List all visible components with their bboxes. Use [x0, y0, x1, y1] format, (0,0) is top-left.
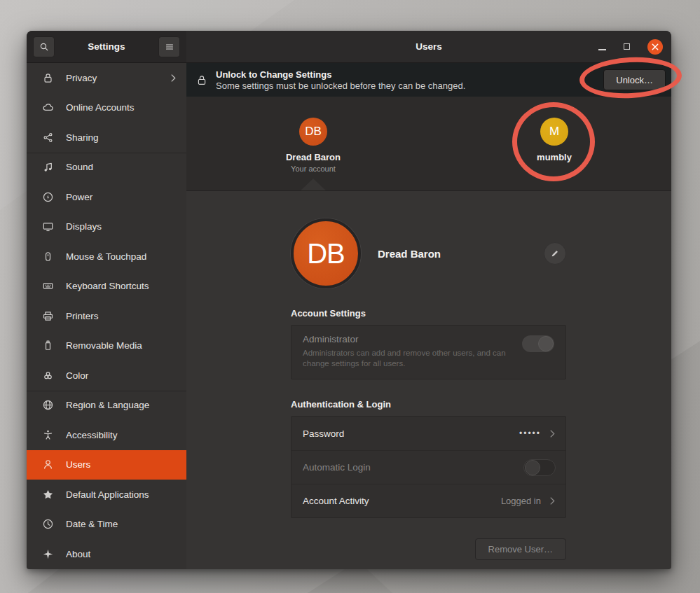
sidebar-item-color[interactable]: Color: [27, 361, 186, 391]
printer-icon: [42, 310, 54, 322]
unlock-button[interactable]: Unlock…: [603, 69, 666, 90]
cloud-icon: [42, 102, 54, 113]
account-settings-heading: Account Settings: [291, 308, 566, 319]
keyboard-icon: [42, 280, 54, 292]
sound-icon: [42, 161, 54, 173]
automatic-login-label: Automatic Login: [303, 462, 371, 473]
user-avatar-initials: DB: [307, 238, 345, 270]
sidebar-item-label: Printers: [66, 311, 99, 321]
automatic-login-toggle[interactable]: [523, 459, 556, 476]
sidebar-item-label: Keyboard Shortcuts: [66, 281, 149, 291]
sidebar-item-sharing[interactable]: Sharing: [27, 123, 186, 153]
user-carousel: DBDread BaronYour accountMmumbly: [186, 97, 671, 191]
authentication-box: Password ••••• Automatic Login Accou: [291, 416, 566, 518]
sidebar-item-date-time[interactable]: Date & Time: [27, 510, 186, 540]
lock-icon: [196, 74, 207, 86]
sidebar-item-label: Color: [66, 370, 88, 381]
unlock-banner-subtitle: Some settings must be unlocked before th…: [216, 81, 465, 91]
sidebar-item-label: Region & Language: [66, 400, 149, 410]
administrator-label: Administrator: [303, 334, 554, 344]
unlock-banner: Unlock to Change Settings Some settings …: [186, 63, 671, 97]
close-button[interactable]: [647, 39, 663, 55]
user-name: Dread Baron: [257, 152, 369, 162]
sidebar-item-label: Online Accounts: [66, 102, 135, 113]
password-row[interactable]: Password •••••: [291, 417, 565, 450]
password-label: Password: [303, 428, 344, 439]
color-icon: [42, 370, 54, 382]
administrator-toggle[interactable]: [522, 335, 554, 352]
users-panel: DB Dread Baron Account Settings Administ…: [186, 191, 671, 569]
sidebar-item-label: Default Applications: [66, 489, 149, 500]
maximize-button[interactable]: [624, 43, 630, 50]
chevron-right-icon: [170, 74, 177, 83]
user-header: DB Dread Baron: [291, 218, 566, 288]
sidebar-item-label: Sharing: [66, 132, 99, 143]
administrator-row: Administrator Administrators can add and…: [291, 325, 566, 379]
close-icon: [652, 43, 659, 50]
toggle-knob: [525, 460, 540, 475]
sidebar-item-removable-media[interactable]: Removable Media: [27, 331, 186, 361]
administrator-description: Administrators can add and remove other …: [303, 348, 520, 369]
password-value: •••••: [519, 428, 541, 438]
share-icon: [42, 132, 54, 144]
pencil-icon: [550, 249, 560, 258]
avatar: M: [540, 118, 568, 146]
sidebar-item-label: Accessibility: [66, 430, 118, 440]
users-icon: [42, 459, 54, 470]
edit-user-button[interactable]: [544, 242, 566, 265]
unlock-banner-title: Unlock to Change Settings: [216, 69, 465, 80]
sidebar-item-users[interactable]: Users: [27, 450, 186, 480]
sidebar-item-printers[interactable]: Printers: [27, 301, 186, 331]
sidebar-item-label: Removable Media: [66, 340, 142, 351]
remove-user-button[interactable]: Remove User…: [475, 538, 566, 560]
chevron-right-icon: [549, 496, 556, 505]
avatar-initials: DB: [305, 125, 322, 139]
sidebar-item-displays[interactable]: Displays: [27, 212, 186, 242]
menu-button[interactable]: [158, 36, 180, 57]
globe-icon: [42, 399, 54, 411]
sidebar-item-accessibility[interactable]: Accessibility: [27, 420, 186, 450]
mouse-icon: [42, 251, 54, 263]
sidebar-item-label: Sound: [66, 162, 93, 172]
sidebar-header: Settings: [27, 31, 186, 63]
sidebar-item-online-accounts[interactable]: Online Accounts: [27, 93, 186, 123]
lock-icon: [42, 72, 54, 84]
maximize-icon: [624, 43, 630, 50]
sparkle-icon: [42, 548, 54, 560]
sidebar-item-about[interactable]: About: [27, 539, 186, 569]
titlebar: Users: [186, 31, 671, 63]
user-carousel-item-dread-baron[interactable]: DBDread BaronYour account: [257, 118, 369, 173]
sidebar-item-label: Displays: [66, 221, 102, 232]
removable-media-icon: [42, 340, 54, 351]
toggle-knob: [538, 336, 554, 351]
sidebar-item-default-applications[interactable]: Default Applications: [27, 480, 186, 510]
account-activity-label: Account Activity: [303, 496, 369, 506]
sidebar-item-label: Mouse & Touchpad: [66, 251, 146, 262]
user-subtitle: Your account: [257, 165, 369, 173]
sidebar-item-privacy[interactable]: Privacy: [27, 63, 186, 93]
automatic-login-row: Automatic Login: [291, 450, 565, 484]
sidebar: Settings PrivacyOnline AccountsSharingSo…: [27, 31, 186, 569]
settings-window: Settings PrivacyOnline AccountsSharingSo…: [27, 31, 671, 569]
user-avatar-large[interactable]: DB: [291, 218, 361, 288]
account-activity-row[interactable]: Account Activity Logged in: [291, 484, 565, 517]
account-activity-value: Logged in: [501, 496, 541, 506]
sidebar-item-region-language[interactable]: Region & Language: [27, 391, 186, 421]
sidebar-item-label: Users: [66, 459, 90, 470]
user-name: mumbly: [498, 152, 610, 162]
sidebar-item-label: Privacy: [66, 73, 97, 83]
user-carousel-item-mumbly[interactable]: Mmumbly: [498, 118, 610, 162]
carousel-selection-arrow: [301, 179, 326, 190]
unlock-banner-text: Unlock to Change Settings Some settings …: [216, 69, 465, 91]
sidebar-item-power[interactable]: Power: [27, 182, 186, 212]
display-icon: [42, 221, 54, 232]
sidebar-item-mouse-touchpad[interactable]: Mouse & Touchpad: [27, 242, 186, 272]
sidebar-item-label: Power: [66, 192, 92, 202]
sidebar-item-keyboard-shortcuts[interactable]: Keyboard Shortcuts: [27, 272, 186, 302]
clock-icon: [42, 518, 54, 530]
search-icon: [39, 41, 50, 53]
search-button[interactable]: [33, 36, 55, 57]
sidebar-item-sound[interactable]: Sound: [27, 153, 186, 183]
minimize-button[interactable]: [598, 43, 606, 50]
sidebar-nav: PrivacyOnline AccountsSharingSoundPowerD…: [27, 63, 186, 569]
